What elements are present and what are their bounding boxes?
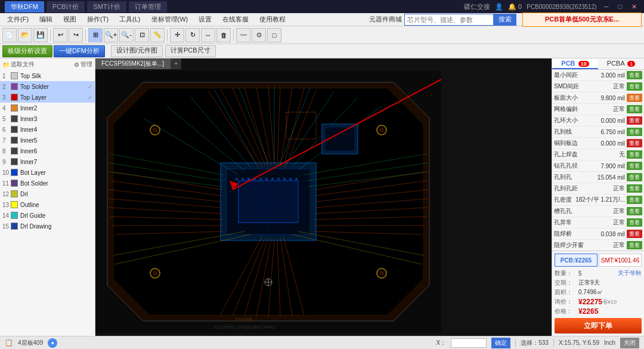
right-row-btn[interactable]: 查看 bbox=[627, 196, 642, 204]
layer-item[interactable]: 2 Top Solder ✓ bbox=[0, 81, 95, 92]
layer-item[interactable]: 1 Top Silk bbox=[0, 70, 95, 81]
maximize-btn[interactable]: □ bbox=[615, 3, 624, 10]
layer-num: 15 bbox=[2, 223, 11, 230]
right-row-btn[interactable]: 重看 bbox=[627, 139, 642, 147]
order-button[interactable]: 立即下单 bbox=[555, 318, 642, 333]
tb-redo[interactable]: ↪ bbox=[69, 28, 83, 42]
svg-rect-80 bbox=[295, 178, 298, 180]
right-row-btn[interactable]: 查看 bbox=[627, 71, 642, 79]
menu-file[interactable]: 文件(F) bbox=[2, 14, 33, 25]
right-row-btn[interactable]: 查看 bbox=[627, 162, 642, 170]
right-row-btn[interactable]: 查看 bbox=[627, 150, 642, 159]
tb-delete[interactable]: 🗑 bbox=[216, 28, 231, 42]
menu-view[interactable]: 视图 bbox=[58, 14, 81, 25]
right-row-btn[interactable]: 查看 bbox=[627, 218, 642, 227]
tb-select[interactable]: ⊞ bbox=[88, 28, 103, 42]
layer-num: 9 bbox=[2, 159, 11, 165]
right-row: 孔上焊盘 无 查看 bbox=[552, 149, 644, 160]
tb-new[interactable]: 📄 bbox=[2, 28, 17, 42]
layer-item[interactable]: 9 Inner7 bbox=[0, 156, 95, 167]
pcb-price-tab[interactable]: PCB:¥2265 bbox=[555, 254, 597, 267]
tb-move[interactable]: ✛ bbox=[170, 28, 184, 42]
tab-pcba[interactable]: PCBA 1 bbox=[598, 58, 644, 69]
layer-item[interactable]: 10 Bot Layer bbox=[0, 167, 95, 178]
manage-btn[interactable]: ⚙ 管理 bbox=[74, 60, 92, 69]
layer-toggle-btn[interactable]: ● bbox=[48, 338, 57, 348]
tab-pcb[interactable]: PCB 10 bbox=[552, 58, 598, 69]
tab-pcba-label: PCBA bbox=[607, 60, 624, 67]
tab-design-view[interactable]: 设计图/元件图 bbox=[111, 45, 163, 57]
tab-calc-pcb[interactable]: 计算PCB尺寸 bbox=[165, 45, 216, 57]
tb-mirror[interactable]: ↔ bbox=[201, 28, 215, 42]
tb-measure[interactable]: 📏 bbox=[150, 28, 165, 42]
huaqiu-link[interactable]: 关于华秋 bbox=[618, 269, 642, 277]
layer-item[interactable]: 3 Top Layer ✓ bbox=[0, 92, 95, 103]
app-tab-pcb[interactable]: PCB计价 bbox=[47, 1, 85, 13]
right-row-btn[interactable]: 查看 bbox=[627, 241, 642, 249]
right-row-btn[interactable]: 查看 bbox=[627, 128, 642, 136]
layer-color bbox=[11, 83, 18, 90]
right-row-value: 正常 bbox=[595, 82, 625, 91]
menu-coord[interactable]: 坐标管理(W) bbox=[147, 14, 193, 25]
layer-item[interactable]: 7 Inner5 bbox=[0, 135, 95, 146]
app-tab-order[interactable]: 订单管理 bbox=[129, 1, 167, 13]
layer-item[interactable]: 12 Drl bbox=[0, 189, 95, 199]
tb-open[interactable]: 📂 bbox=[18, 28, 32, 42]
right-row-btn[interactable]: 查看 bbox=[627, 184, 642, 193]
canvas-tab-main[interactable]: FCCSP565MK2[板单...] bbox=[95, 58, 171, 69]
select-file-btn[interactable]: 📁 选取文件 bbox=[2, 60, 35, 69]
app-tab-smt[interactable]: SMT计价 bbox=[87, 1, 126, 13]
tb-rotate[interactable]: ↻ bbox=[185, 28, 200, 42]
menu-operate[interactable]: 操作(T) bbox=[82, 14, 113, 25]
menu-tools[interactable]: 工具(L) bbox=[114, 14, 145, 25]
menu-tutorial[interactable]: 使用教程 bbox=[255, 14, 290, 25]
tb-undo[interactable]: ↩ bbox=[53, 28, 67, 42]
layer-item[interactable]: 5 Inner3 bbox=[0, 113, 95, 124]
dfm-analyze-btn[interactable]: 一键DFM分析 bbox=[54, 45, 105, 57]
smt-price-tab[interactable]: SMT:¥1001.46 bbox=[599, 254, 642, 267]
layer-item[interactable]: 14 Drl Guide bbox=[0, 210, 95, 221]
pcb-view[interactable]: ma-tek ECC5P502_PR0(5LAMTCHX45) bbox=[95, 58, 552, 336]
close-btn[interactable]: ✕ bbox=[629, 3, 639, 11]
tb-zoom-in[interactable]: 🔍+ bbox=[104, 28, 118, 42]
menu-service[interactable]: 在线客服 bbox=[218, 14, 253, 25]
right-row-btn[interactable]: 重看 bbox=[627, 116, 642, 125]
layer-item[interactable]: 8 Inner6 bbox=[0, 146, 95, 156]
canvas-tab-add[interactable]: + bbox=[171, 58, 181, 69]
menu-settings[interactable]: 设置 bbox=[194, 14, 216, 25]
x-coord-input[interactable] bbox=[451, 338, 487, 348]
tb-pad[interactable]: □ bbox=[267, 28, 281, 42]
right-row-value: 正常 bbox=[595, 105, 625, 113]
layer-item[interactable]: 11 Bot Solder bbox=[0, 178, 95, 189]
layer-item[interactable]: 6 Inner4 bbox=[0, 124, 95, 135]
ad-banner[interactable]: PCB首单低500元京东E... bbox=[522, 13, 642, 27]
price-row-info: 价格： ¥2265 bbox=[555, 307, 642, 316]
tb-zoom-out[interactable]: 🔍- bbox=[119, 28, 134, 42]
layer-item[interactable]: 13 Outline bbox=[0, 199, 95, 210]
close-btn2[interactable]: 关闭 bbox=[620, 338, 639, 348]
menu-edit[interactable]: 编辑 bbox=[35, 14, 57, 25]
right-row-btn[interactable]: 查看 bbox=[627, 82, 642, 91]
right-row-btn[interactable]: 查看 bbox=[627, 207, 642, 215]
notification-icon[interactable]: 🔔 0 bbox=[508, 3, 522, 11]
confirm-btn[interactable]: 确定 bbox=[491, 338, 510, 348]
layer-item[interactable]: 4 Inner2 bbox=[0, 103, 95, 113]
layer-num: 14 bbox=[2, 212, 11, 219]
search-button[interactable]: 搜索 bbox=[494, 14, 516, 26]
tb-save[interactable]: 💾 bbox=[33, 28, 48, 42]
search-input[interactable] bbox=[404, 14, 494, 26]
tb-via[interactable]: ⊙ bbox=[252, 28, 266, 42]
right-row-btn[interactable]: 查看 bbox=[627, 173, 642, 181]
layer-name: Inner6 bbox=[20, 148, 92, 155]
app-tab-dfm[interactable]: 华秋DFM bbox=[5, 1, 44, 13]
center-canvas[interactable]: FCCSP565MK2[板单...] + bbox=[95, 58, 552, 336]
tb-route[interactable]: 〰 bbox=[236, 28, 250, 42]
right-row-btn[interactable]: 查看 bbox=[627, 105, 642, 113]
dfm-setup-btn[interactable]: 板级分析设置 bbox=[2, 45, 52, 57]
layer-item[interactable]: 15 Drl Drawing bbox=[0, 221, 95, 231]
tb-fit[interactable]: ⊡ bbox=[135, 28, 149, 42]
minimize-btn[interactable]: ─ bbox=[602, 3, 611, 10]
right-row-btn[interactable]: 重看 bbox=[627, 230, 642, 238]
right-row-label: 铜到板边 bbox=[554, 139, 595, 147]
right-row-btn[interactable]: 查看 bbox=[627, 94, 642, 102]
